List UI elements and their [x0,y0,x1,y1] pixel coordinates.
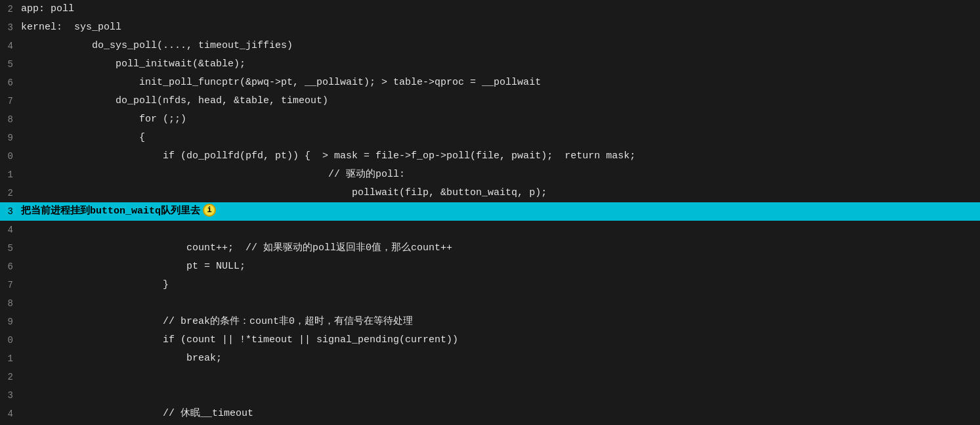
code-line: 9 { [0,129,980,147]
code-line: 7 } [0,276,980,294]
code-container: 2app: poll3kernel: sys_poll4 do_sys_poll… [0,0,980,425]
code-line: 4 [0,221,980,239]
line-content: if (do_pollfd(pfd, pt)) { > mask = file-… [18,147,980,166]
code-line: 3 [0,386,980,405]
line-number: 7 [0,92,18,110]
code-line: 2app: poll [0,0,980,18]
line-number: 1 [0,166,18,184]
line-content: kernel: sys_poll [18,18,980,37]
code-line: 4 // 休眠__timeout [0,405,980,423]
code-line: 8 [0,294,980,313]
line-number: 0 [0,147,18,166]
line-content: count++; // 如果驱动的poll返回非0值，那么count++ [18,239,980,257]
code-line: 5 poll_initwait(&table); [0,55,980,74]
code-line: 6 init_poll_funcptr(&pwq->pt, __pollwait… [0,74,980,92]
code-line: 5 count++; // 如果驱动的poll返回非0值，那么count++ [0,239,980,257]
code-line: 1 // 驱动的poll: [0,166,980,184]
line-content: poll_initwait(&table); [18,55,980,74]
line-content: pollwait(filp, &button_waitq, p); [18,184,980,202]
line-number: 9 [0,129,18,147]
code-line: 3把当前进程挂到button_waitq队列里去i [0,202,980,221]
code-line: 1 break; [0,349,980,368]
line-content [18,294,980,313]
line-number: 8 [0,294,18,313]
code-line: 0 if (do_pollfd(pfd, pt)) { > mask = fil… [0,147,980,166]
line-number: 6 [0,257,18,276]
code-line: 3kernel: sys_poll [0,18,980,37]
line-number: 8 [0,110,18,129]
line-content [18,386,980,405]
line-number: 5 [0,239,18,257]
line-content: { [18,129,980,147]
code-line: 0 if (count || !*timeout || signal_pendi… [0,331,980,349]
line-content: do_sys_poll(...., timeout_jiffies) [18,37,980,55]
line-content: // break的条件：count非0，超时，有信号在等待处理 [18,313,980,331]
code-line: 4 do_sys_poll(...., timeout_jiffies) [0,37,980,55]
code-line: 6 pt = NULL; [0,257,980,276]
line-content: if (count || !*timeout || signal_pending… [18,331,980,349]
code-line: 2 pollwait(filp, &button_waitq, p); [0,184,980,202]
line-content: 把当前进程挂到button_waitq队列里去i [18,202,980,221]
line-content: for (;;) [18,110,980,129]
line-number: 4 [0,221,18,239]
line-content: // 休眠__timeout [18,405,980,423]
line-number: 4 [0,405,18,423]
line-content: init_poll_funcptr(&pwq->pt, __pollwait);… [18,74,980,92]
line-number: 2 [0,0,18,18]
line-content: // 驱动的poll: [18,166,980,184]
code-line: 9 // break的条件：count非0，超时，有信号在等待处理 [0,313,980,331]
line-content: break; [18,349,980,368]
line-number: 0 [0,331,18,349]
line-content: pt = NULL; [18,257,980,276]
line-content [18,368,980,386]
line-number: 2 [0,368,18,386]
line-content: } [18,276,980,294]
line-number: 3 [0,386,18,405]
line-number: 3 [0,18,18,37]
code-line: 7 do_poll(nfds, head, &table, timeout) [0,92,980,110]
line-content: app: poll [18,0,980,18]
line-number: 2 [0,184,18,202]
code-line: 2 [0,368,980,386]
line-content: do_poll(nfds, head, &table, timeout) [18,92,980,110]
line-number: 5 [0,55,18,74]
line-content [18,221,980,239]
line-number: 7 [0,276,18,294]
line-number: 1 [0,349,18,368]
code-line: 8 for (;;) [0,110,980,129]
line-number: 4 [0,37,18,55]
line-number: 9 [0,313,18,331]
line-number: 3 [0,202,18,221]
tooltip-badge: i [203,204,216,217]
line-number: 6 [0,74,18,92]
